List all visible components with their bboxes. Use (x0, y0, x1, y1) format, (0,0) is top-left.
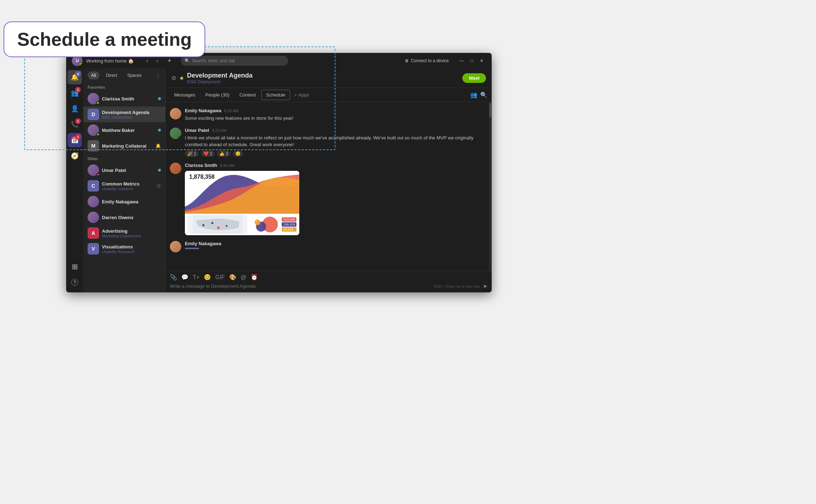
darren-info: Darren Owens (102, 215, 161, 220)
reaction-party[interactable]: 🎉 1 (185, 150, 199, 157)
clarissa-name: Clarissa Smith (102, 96, 155, 102)
sidebar-item-explore[interactable]: 🧭 (68, 149, 82, 163)
emily-msg-author: Emily Nakagawa (185, 108, 221, 113)
maximize-button[interactable]: □ (467, 56, 476, 65)
people-action-icon[interactable]: 👥 (470, 92, 477, 98)
reaction-thumbsup[interactable]: 👍 2 (217, 150, 231, 157)
reaction-smile[interactable]: 😊 (233, 150, 243, 157)
close-button[interactable]: ✕ (477, 56, 486, 65)
send-icon[interactable]: ➤ (483, 283, 487, 290)
message-row-clarissa: Clarissa Smith 8:34 AM 1,878,358 (170, 163, 485, 235)
chat-list-panel: All Direct Spaces ⋮ Favorites Clarissa S… (83, 69, 166, 292)
svg-point-7 (255, 219, 260, 225)
sidebar-item-calendar[interactable]: 📅 1 (68, 133, 82, 147)
message-row-emily-2: Emily Nakagawa (170, 241, 485, 252)
umar-indicator (158, 169, 161, 172)
sidebar-item-contacts[interactable]: 👤 (68, 102, 82, 116)
message-input[interactable] (170, 283, 431, 289)
chat-item-dev-agenda[interactable]: D Development Agenda ENG Deployment (83, 107, 165, 122)
sidebar-item-activity[interactable]: 🔔 4 (68, 70, 82, 84)
meet-button[interactable]: Meet (462, 73, 486, 83)
format-icon[interactable]: T+ (193, 274, 200, 281)
main-layout: 🔔 4 👥 1 👤 📞 1 📅 1 🧭 (66, 69, 492, 292)
chat-item-emily[interactable]: Emily Nakagawa (83, 194, 165, 209)
calendar-badge: 1 (75, 134, 81, 140)
nav-arrows: ‹ › (143, 56, 162, 65)
other-header: Other (83, 154, 165, 162)
emily-name: Emily Nakagawa (102, 199, 161, 204)
matthew-indicator (158, 129, 161, 132)
emily-msg-body: Emily Nakagawa 8:20 AM Some exciting new… (185, 108, 485, 122)
matthew-status (96, 133, 100, 136)
common-metrics-info: Common Metrics Usability research (102, 181, 154, 191)
chat-item-common-metrics[interactable]: C Common Metrics Usability research @ (83, 178, 165, 194)
chat-item-clarissa[interactable]: Clarissa Smith (83, 91, 165, 107)
sidebar-icons: 🔔 4 👥 1 👤 📞 1 📅 1 🧭 (66, 69, 83, 292)
emoji-icon[interactable]: 😊 (204, 274, 211, 281)
marketing-name: Marketing Collateral (102, 143, 153, 149)
sidebar-item-calls[interactable]: 📞 1 (68, 117, 82, 132)
tab-add-apps[interactable]: + Apps (291, 90, 312, 100)
sidebar-item-add-apps[interactable]: ⊞ (68, 260, 82, 274)
contacts-icon: 👤 (71, 105, 79, 113)
search-placeholder: Search, meet, and call (192, 58, 235, 63)
filter-spaces[interactable]: Spaces (124, 71, 145, 79)
more-icon[interactable]: ⋮ (155, 72, 161, 79)
emily-avatar (88, 196, 99, 207)
search-action-icon[interactable]: 🔍 (480, 92, 487, 98)
sidebar-item-help[interactable]: ? (68, 275, 82, 290)
svg-point-3 (217, 226, 220, 229)
tab-schedule[interactable]: Schedule (261, 90, 290, 100)
star-icon[interactable]: ★ (179, 75, 184, 81)
badge-2: 156,529 (282, 222, 296, 227)
minimize-button[interactable]: — (457, 56, 466, 65)
chat-item-umar[interactable]: Umar Patel (83, 162, 165, 178)
mention-btn[interactable]: @ (241, 274, 246, 281)
titlebar-right: 🖥 Connect to a device — □ ✕ (404, 56, 486, 65)
sticker-icon[interactable]: 🎨 (229, 274, 236, 281)
reaction-heart[interactable]: ❤️ 2 (201, 150, 215, 157)
attach-icon[interactable]: 📎 (170, 274, 177, 281)
tab-content[interactable]: Content (235, 90, 260, 100)
common-metrics-avatar: C (88, 180, 99, 192)
dev-agenda-sub: ENG Deployment (102, 115, 161, 119)
schedule-msg-icon[interactable]: ⏰ (251, 274, 258, 281)
clarissa-msg-avatar (170, 163, 181, 174)
chat-icon[interactable]: 💬 (181, 274, 188, 281)
tab-messages[interactable]: Messages (170, 90, 200, 100)
gear-icon[interactable]: ⚙ (171, 75, 176, 81)
message-input-area: 📎 💬 T+ 😊 GIF 🎨 @ ⏰ Shift + Enter for a n… (166, 271, 492, 292)
user-status: Working from home 🏠 (86, 58, 134, 64)
matthew-info: Matthew Baker (102, 128, 155, 133)
chat-list-scroll[interactable]: Favorites Clarissa Smith D (83, 82, 165, 292)
search-bar[interactable]: 🔍 Search, meet, and call (181, 56, 288, 66)
back-arrow[interactable]: ‹ (143, 56, 152, 65)
chat-item-visualizations[interactable]: V Visualizations Usability Research (83, 241, 165, 257)
chat-item-marketing[interactable]: M Marketing Collateral 🔔 (83, 138, 165, 154)
emily-msg2-meta: Emily Nakagawa (185, 241, 485, 246)
connect-device-button[interactable]: 🖥 Connect to a device (404, 58, 449, 63)
channel-tabs: Messages People (30) Content Schedule + … (166, 88, 492, 102)
chat-item-advertising[interactable]: A Advertising Marketing Department (83, 225, 165, 241)
umar-status (96, 173, 100, 176)
tab-people[interactable]: People (30) (201, 90, 234, 100)
sidebar-item-teams[interactable]: 👥 1 (68, 86, 82, 100)
filter-all[interactable]: All (88, 71, 99, 79)
visualizations-sub: Usability Research (102, 249, 161, 254)
emily-info: Emily Nakagawa (102, 199, 161, 204)
chat-item-matthew[interactable]: Matthew Baker (83, 122, 165, 138)
messages-scrollbar[interactable] (489, 102, 492, 271)
teams-window: U Working from home 🏠 ‹ › + 🔍 Search, me… (66, 53, 492, 292)
plus-icon: + (294, 92, 297, 98)
chat-item-darren[interactable]: Darren Owens (83, 209, 165, 225)
forward-arrow[interactable]: › (153, 56, 162, 65)
main-content: ⚙ ★ Development Agenda ENG Deployment Me… (166, 69, 492, 292)
emily-msg-time: 8:20 AM (224, 109, 239, 113)
explore-icon: 🧭 (71, 152, 79, 160)
filter-direct[interactable]: Direct (102, 71, 121, 79)
gif-icon[interactable]: GIF (215, 274, 225, 281)
sidebar-bottom: ⊞ ? (68, 260, 82, 292)
messages-area[interactable]: Emily Nakagawa 8:20 AM Some exciting new… (166, 102, 489, 271)
add-tab-button[interactable]: + (165, 56, 174, 65)
umar-msg-body: Umar Patel 8:23 AM I think we should all… (185, 128, 485, 157)
